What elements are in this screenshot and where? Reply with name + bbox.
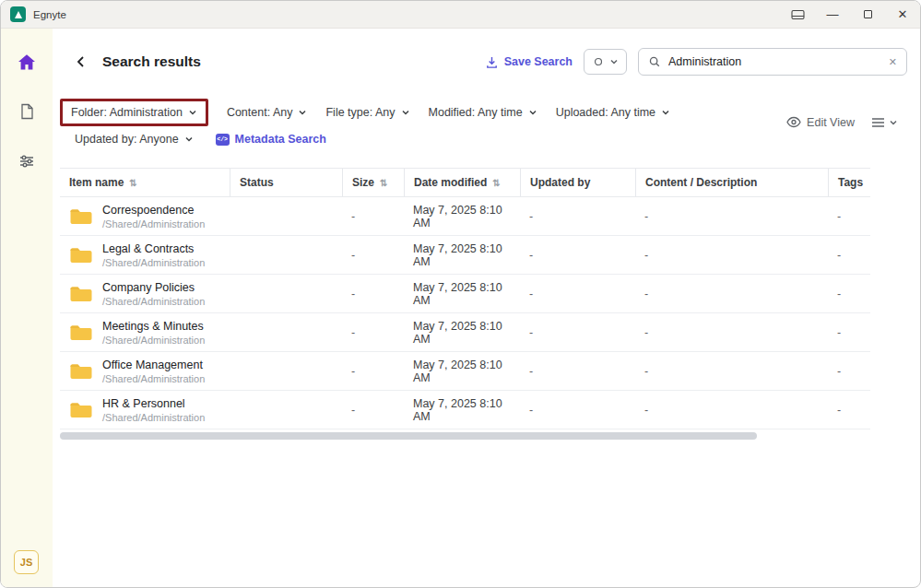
filter-modified[interactable]: Modified: Any time <box>429 106 537 119</box>
cell-tags: - <box>828 352 870 390</box>
maximize-icon <box>864 10 872 18</box>
column-header-size[interactable]: Size ⇅ <box>342 169 404 196</box>
sidebar-item-settings[interactable] <box>14 148 40 174</box>
view-options-button[interactable] <box>871 117 898 128</box>
chevron-down-icon <box>661 108 670 117</box>
cell-size: - <box>342 391 404 429</box>
chevron-down-icon <box>528 108 537 117</box>
search-icon <box>648 55 661 68</box>
cell-status <box>230 352 342 390</box>
cell-updated-by: - <box>520 275 635 312</box>
eye-icon <box>786 116 801 128</box>
page-title: Search results <box>102 53 201 70</box>
filter-file-type[interactable]: File type: Any <box>325 106 409 119</box>
cell-updated-by: - <box>520 236 635 274</box>
chevron-down-icon <box>298 108 307 117</box>
annotation-highlight: Folder: Administration <box>60 99 208 126</box>
column-header-item-name[interactable]: Item name ⇅ <box>60 169 230 196</box>
item-name: Correspoendence <box>102 204 205 217</box>
filter-uploaded[interactable]: Uploaded: Any time <box>556 106 670 119</box>
column-header-updated-by: Updated by <box>520 169 635 196</box>
saved-searches-dropdown[interactable] <box>584 49 627 75</box>
sidebar-item-documents[interactable] <box>14 99 40 124</box>
cell-status <box>230 391 342 429</box>
sliders-icon <box>18 153 35 170</box>
filter-bar: Folder: Administration Content: Any File… <box>60 99 898 146</box>
search-input[interactable] <box>668 55 881 68</box>
sort-icon: ⇅ <box>129 178 136 188</box>
cell-updated-by: - <box>520 313 635 351</box>
item-path: /Shared/Administration <box>102 257 205 268</box>
item-path: /Shared/Administration <box>102 218 205 229</box>
chevron-down-icon <box>401 108 410 117</box>
table-row[interactable]: Correspoendence/Shared/Administration - … <box>60 197 870 236</box>
user-avatar[interactable]: JS <box>14 550 39 574</box>
sort-icon: ⇅ <box>380 178 387 188</box>
clear-search-button[interactable]: ✕ <box>889 56 897 68</box>
folder-icon <box>69 401 93 419</box>
cell-tags: - <box>828 275 870 312</box>
filter-updated-by[interactable]: Updated by: Anyone <box>75 133 194 146</box>
document-icon <box>19 103 34 120</box>
save-download-icon <box>485 55 499 69</box>
table-row[interactable]: Office Management/Shared/Administration … <box>60 352 870 391</box>
horizontal-scrollbar <box>60 432 870 441</box>
sort-icon: ⇅ <box>492 178 500 188</box>
filter-folder[interactable]: Folder: Administration <box>71 106 197 119</box>
table-row[interactable]: Company Policies/Shared/Administration -… <box>60 275 870 313</box>
item-name: Office Management <box>102 359 205 371</box>
code-icon: </> <box>216 134 230 146</box>
folder-icon <box>69 323 93 342</box>
item-name: HR & Personnel <box>102 397 205 410</box>
item-path: /Shared/Administration <box>102 296 205 307</box>
cell-date-modified: May 7, 2025 8:10 AM <box>404 275 520 312</box>
save-search-button[interactable]: Save Search <box>485 55 573 69</box>
metadata-search-link[interactable]: </> Metadata Search <box>216 133 326 146</box>
home-icon <box>18 53 36 71</box>
cell-size: - <box>342 313 404 351</box>
table-row[interactable]: Meetings & Minutes/Shared/Administration… <box>60 313 870 352</box>
cell-tags: - <box>635 391 828 429</box>
chevron-left-icon <box>74 54 89 69</box>
save-search-label: Save Search <box>504 55 573 68</box>
cell-size: - <box>342 197 404 235</box>
item-path: /Shared/Administration <box>102 335 205 346</box>
table-header: Item name ⇅ Status Size ⇅ Date modified … <box>60 168 870 197</box>
cell-content: - <box>635 197 828 235</box>
cell-status <box>230 275 342 312</box>
window-title: Egnyte <box>33 9 66 20</box>
sidebar-item-home[interactable] <box>14 49 40 75</box>
table-row[interactable]: HR & Personnel/Shared/Administration - M… <box>60 391 870 429</box>
cell-date-modified: May 7, 2025 8:10 AM <box>404 236 520 274</box>
cell-date-modified: May 7, 2025 8:10 AM <box>404 352 520 390</box>
table-row[interactable]: Legal & Contracts/Shared/Administration … <box>60 236 870 275</box>
folder-icon <box>69 207 93 226</box>
scrollbar-thumb[interactable] <box>60 432 757 440</box>
chevron-down-icon <box>184 135 194 144</box>
filter-content[interactable]: Content: Any <box>227 106 308 119</box>
edit-view-button[interactable]: Edit View <box>786 116 855 129</box>
minimize-button[interactable]: — <box>815 1 850 28</box>
cell-content: - <box>635 236 828 274</box>
item-name: Company Policies <box>102 281 205 294</box>
column-header-content-description: Content / Description <box>635 169 828 196</box>
maximize-button[interactable] <box>850 1 885 28</box>
folder-icon <box>69 246 93 265</box>
chevron-down-icon <box>188 108 197 117</box>
cell-status <box>230 236 342 274</box>
back-button[interactable] <box>69 50 93 74</box>
chevron-down-icon <box>889 118 898 127</box>
app-window: Egnyte — ✕ JS <box>0 0 921 588</box>
cell-size: - <box>342 275 404 312</box>
results-table: Item name ⇅ Status Size ⇅ Date modified … <box>60 168 870 441</box>
chevron-down-icon <box>609 57 619 66</box>
cell-content: - <box>635 313 828 351</box>
close-button[interactable]: ✕ <box>885 1 920 28</box>
sidebar: JS <box>1 29 53 587</box>
dock-panel-button[interactable] <box>780 1 815 28</box>
column-header-date-modified[interactable]: Date modified ⇅ <box>404 169 520 196</box>
cell-content: - <box>635 275 828 312</box>
egnyte-logo-icon <box>10 6 26 22</box>
main-content: Search results Save Search ✕ <box>53 29 920 587</box>
item-name: Legal & Contracts <box>102 242 205 255</box>
